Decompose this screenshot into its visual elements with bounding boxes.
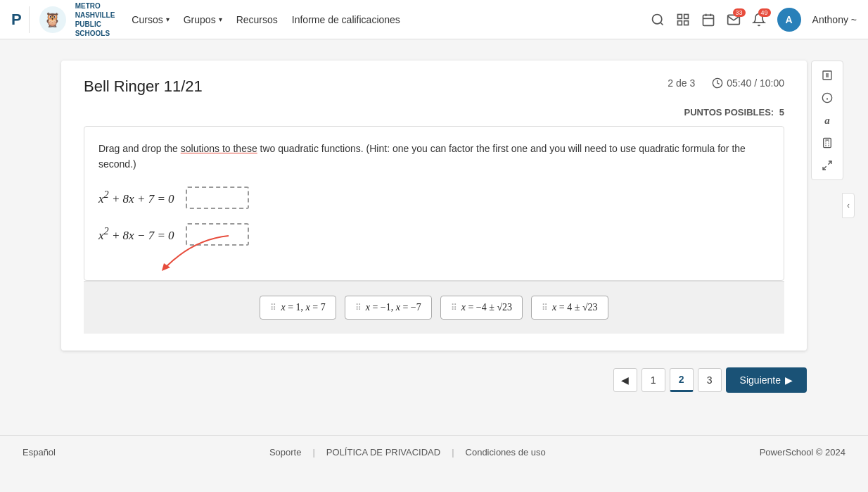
- svg-rect-5: [684, 20, 688, 25]
- drag-option-1-label: x = 1, x = 7: [281, 302, 325, 313]
- instruction-text: Drag and drop the solutions to these two…: [98, 141, 770, 172]
- svg-rect-18: [824, 138, 831, 147]
- equation-1: x2 + 8x + 7 = 0: [98, 189, 174, 206]
- points-row: PUNTOS POSIBLES: 5: [84, 107, 784, 118]
- svg-rect-2: [677, 14, 682, 18]
- chevron-down-icon: ▾: [219, 15, 222, 23]
- brand-p-icon: P: [11, 11, 22, 29]
- svg-rect-6: [703, 15, 713, 25]
- drag-option-4[interactable]: ⠿ x = 4 ± √23: [531, 296, 608, 320]
- search-button[interactable]: [651, 13, 665, 27]
- brand-owl-icon: 🦉: [39, 6, 66, 33]
- drag-option-4-label: x = 4 ± √23: [552, 302, 597, 313]
- next-arrow-icon: ▶: [785, 374, 793, 386]
- drag-handle-2: ⠿: [355, 303, 362, 313]
- svg-marker-28: [162, 263, 170, 271]
- next-page-button[interactable]: Siguiente ▶: [726, 367, 807, 393]
- notifications-button[interactable]: 49: [752, 13, 766, 27]
- equation-row-1: x2 + 8x + 7 = 0: [98, 187, 770, 209]
- svg-line-1: [660, 22, 663, 25]
- footer-links: Soporte | POLÍTICA DE PRIVACIDAD | Condi…: [269, 447, 546, 458]
- info-tool-button[interactable]: [817, 88, 837, 108]
- prev-page-button[interactable]: ◀: [613, 368, 637, 392]
- footer-language[interactable]: Español: [23, 447, 56, 458]
- collapse-icon: ‹: [847, 201, 850, 210]
- drag-option-3-label: x = −4 ± √23: [461, 302, 512, 313]
- drag-options-area: ⠿ x = 1, x = 7 ⠿ x = −1, x = −7 ⠿ x = −4…: [84, 281, 784, 334]
- footer-copyright: PowerSchool © 2024: [760, 447, 845, 458]
- drag-handle-4: ⠿: [542, 303, 548, 313]
- user-avatar[interactable]: A: [777, 8, 801, 32]
- card-header: Bell Ringer 11/21 2 de 3 05:40 / 10:00: [84, 77, 784, 96]
- clock-icon: [712, 77, 723, 89]
- navbar: P 🦉 Metro Nashville Public Schools Curso…: [0, 0, 868, 39]
- footer-soporte[interactable]: Soporte: [269, 447, 302, 458]
- drop-zone-2[interactable]: [186, 223, 249, 246]
- svg-rect-4: [677, 20, 682, 25]
- svg-rect-3: [684, 14, 688, 18]
- expand-tool-button[interactable]: [817, 156, 837, 175]
- chevron-down-icon: ▾: [166, 15, 170, 23]
- nav-links: Cursos ▾ Grupos ▾ Recursos Informe de ca…: [132, 14, 633, 25]
- nav-informe[interactable]: Informe de calificaciones: [292, 14, 400, 25]
- svg-line-27: [823, 166, 826, 170]
- page-2-button[interactable]: 2: [670, 368, 694, 392]
- timer-value: 05:40 / 10:00: [727, 77, 784, 89]
- calculator-tool-button[interactable]: [817, 133, 837, 153]
- drag-option-2[interactable]: ⠿ x = −1, x = −7: [345, 296, 432, 320]
- brand-logo[interactable]: P 🦉 Metro Nashville Public Schools: [11, 1, 115, 38]
- nav-recursos[interactable]: Recursos: [236, 14, 278, 25]
- svg-line-26: [828, 161, 831, 165]
- user-name-label: Anthony ~: [812, 14, 857, 25]
- equations-container: x2 + 8x + 7 = 0 x2 + 8x − 7 = 0: [98, 187, 770, 246]
- messages-button[interactable]: 33: [727, 13, 741, 27]
- calendar-button[interactable]: [701, 13, 715, 27]
- nav-grupos[interactable]: Grupos ▾: [184, 14, 222, 25]
- points-label: PUNTOS POSIBLES:: [684, 107, 774, 118]
- svg-point-0: [652, 14, 661, 23]
- card-meta: 2 de 3 05:40 / 10:00: [668, 77, 784, 89]
- footer-privacy[interactable]: POLÍTICA DE PRIVACIDAD: [326, 447, 440, 458]
- footer-terms[interactable]: Condiciones de uso: [466, 447, 546, 458]
- page-3-button[interactable]: 3: [698, 368, 722, 392]
- question-area: Drag and drop the solutions to these two…: [84, 126, 784, 281]
- nav-cursos[interactable]: Cursos ▾: [132, 14, 169, 25]
- points-value: 5: [779, 107, 784, 118]
- drag-handle-1: ⠿: [270, 303, 276, 313]
- nav-icons: 33 49 A Anthony ~: [651, 8, 857, 32]
- equation-row-2: x2 + 8x − 7 = 0: [98, 223, 770, 246]
- footer: Español Soporte | POLÍTICA DE PRIVACIDAD…: [0, 435, 868, 469]
- apps-button[interactable]: [676, 13, 690, 27]
- sidebar-collapse-button[interactable]: ‹: [842, 193, 855, 218]
- page-1-button[interactable]: 1: [642, 368, 665, 392]
- next-label: Siguiente: [740, 374, 781, 386]
- progress-indicator: 2 de 3: [668, 77, 695, 89]
- drag-option-3[interactable]: ⠿ x = −4 ± √23: [440, 296, 523, 320]
- sidebar-tools: a: [811, 61, 843, 180]
- drag-handle-3: ⠿: [451, 303, 457, 313]
- brand-text: Metro Nashville Public Schools: [75, 1, 115, 38]
- underline-hint: solutions to these: [181, 143, 257, 154]
- pencil-tool-button[interactable]: a: [817, 111, 837, 130]
- main-content: Bell Ringer 11/21 2 de 3 05:40 / 10:00 P…: [47, 39, 821, 407]
- notifications-badge: 49: [758, 8, 771, 17]
- user-menu-button[interactable]: Anthony ~: [812, 14, 857, 25]
- card-title: Bell Ringer 11/21: [84, 77, 203, 96]
- list-tool-button[interactable]: [817, 65, 837, 85]
- messages-badge: 33: [733, 8, 746, 17]
- drop-zone-1[interactable]: [186, 187, 249, 209]
- question-card: Bell Ringer 11/21 2 de 3 05:40 / 10:00 P…: [61, 61, 807, 351]
- drag-option-2-label: x = −1, x = −7: [366, 302, 421, 313]
- pagination-row: ◀ 1 2 3 Siguiente ▶: [61, 367, 807, 393]
- equation-2: x2 + 8x − 7 = 0: [98, 225, 174, 243]
- drag-option-1[interactable]: ⠿ x = 1, x = 7: [260, 296, 336, 320]
- timer-display: 05:40 / 10:00: [712, 77, 784, 89]
